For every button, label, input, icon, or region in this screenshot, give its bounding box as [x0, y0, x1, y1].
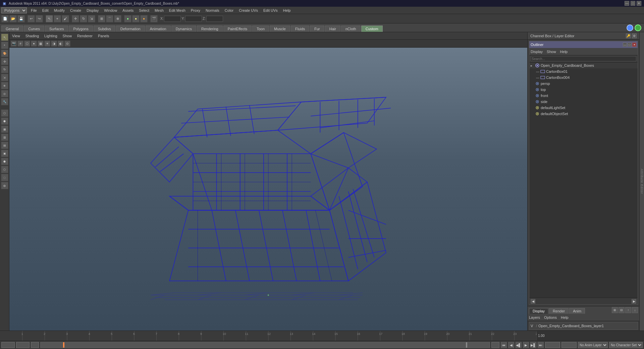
toolbar-move[interactable]: ✛ — [72, 15, 79, 22]
char-set-dropdown[interactable]: No Character Set — [609, 342, 643, 348]
outliner-item-objectset[interactable]: defaultObjectSet — [529, 111, 638, 117]
end-marker-input[interactable]: 24 — [491, 342, 499, 348]
outliner-item-persp[interactable]: persp — [529, 81, 638, 87]
menu-select[interactable]: Select — [136, 8, 152, 13]
play-to-start[interactable]: ⏮ — [501, 342, 507, 348]
menu-help[interactable]: Help — [280, 8, 293, 13]
toolbar-scale[interactable]: ⇲ — [88, 15, 95, 22]
tab-deformation[interactable]: Deformation — [116, 26, 145, 32]
viewport-menu-lighting[interactable]: Lighting — [44, 34, 57, 38]
minimize-button[interactable]: — — [625, 1, 629, 6]
timeline-ruler[interactable] — [0, 331, 537, 341]
sculpt-tool[interactable]: ⬡ — [1, 109, 8, 117]
channel-btn-2[interactable]: ⚙ — [632, 34, 637, 38]
scale-tool[interactable]: ⇲ — [1, 74, 8, 81]
toggle-icon-1[interactable] — [627, 24, 633, 31]
menu-edit-uvs[interactable]: Edit UVs — [261, 8, 280, 13]
outliner-scroll-left[interactable]: ◀ — [531, 299, 535, 304]
outliner-item-carton01[interactable]: — CartonBox01 — [529, 68, 638, 74]
paint-tool[interactable]: ⬢ — [1, 117, 8, 125]
hair-tool[interactable]: ▥ — [1, 134, 8, 141]
mode-dropdown[interactable]: Polygons — [1, 7, 27, 13]
outliner-search[interactable] — [531, 56, 636, 61]
toolbar-save[interactable]: 💾 — [17, 15, 25, 22]
toolbar-light2[interactable]: ● — [132, 15, 140, 22]
3d-viewport[interactable]: .wire { stroke: #2020cc; stroke-width: 1… — [9, 48, 527, 331]
toolbar-new[interactable]: 📄 — [1, 15, 9, 22]
current-frame-input[interactable]: 1.00 — [16, 342, 30, 348]
toolbar-select[interactable]: ↖ — [46, 15, 53, 22]
menu-window[interactable]: Window — [101, 8, 120, 13]
vp-smooth[interactable]: ● — [31, 41, 37, 47]
tab-animation[interactable]: Animation — [146, 26, 171, 32]
toggle-icon-2[interactable] — [635, 24, 641, 31]
dra-submenu-options[interactable]: Options — [544, 315, 557, 319]
dra-tab-anim[interactable]: Anim — [569, 308, 585, 314]
outliner-max[interactable]: □ — [628, 43, 632, 47]
toolbar-open[interactable]: 📂 — [9, 15, 17, 22]
select-tool[interactable]: ↖ — [1, 34, 8, 41]
end-frame-input[interactable]: 24.00 — [545, 342, 560, 348]
menu-proxy[interactable]: Proxy — [188, 8, 203, 13]
anim-end-input[interactable]: 48.00 — [561, 342, 577, 348]
toolbar-undo[interactable]: ↩ — [28, 15, 35, 22]
outliner-item-top[interactable]: top — [529, 87, 638, 93]
vp-shadow[interactable]: ◑ — [51, 41, 57, 47]
menu-create[interactable]: Create — [67, 8, 84, 13]
play-forward[interactable]: ▶ — [523, 342, 529, 348]
tab-hair[interactable]: Hair — [325, 26, 340, 32]
field-tool[interactable]: ⬠ — [1, 166, 8, 173]
fur-tool[interactable]: ▤ — [1, 142, 8, 149]
surface-tool[interactable]: ◍ — [1, 182, 8, 189]
menu-color[interactable]: Color — [222, 8, 236, 13]
layer-btn-1[interactable]: ⊞ — [612, 307, 618, 313]
particle-tool[interactable]: ⬟ — [1, 158, 8, 165]
show-manip[interactable]: 🔧 — [1, 98, 8, 105]
viewport-menu-renderer[interactable]: Renderer — [77, 34, 93, 38]
play-back[interactable]: ◀▌ — [516, 342, 522, 348]
timeline[interactable]: 1.00 — [0, 331, 644, 341]
menu-mesh[interactable]: Mesh — [152, 8, 166, 13]
toolbar-snap-grid[interactable]: ⊞ — [98, 15, 105, 22]
tab-general[interactable]: General — [1, 26, 23, 32]
toolbar-light1[interactable]: ● — [124, 15, 131, 22]
close-button[interactable]: ✕ — [637, 1, 641, 6]
toolbar-redo[interactable]: ↪ — [36, 15, 43, 22]
menu-file[interactable]: File — [28, 8, 40, 13]
vp-ao[interactable]: ◐ — [58, 41, 64, 47]
rotate-tool[interactable]: ↻ — [1, 66, 8, 73]
lasso-tool[interactable]: ⌖ — [1, 42, 8, 49]
tab-surfaces[interactable]: Surfaces — [45, 26, 68, 32]
vp-wireframe[interactable]: ⬡ — [24, 41, 30, 47]
toolbar-paint[interactable]: 🖌 — [62, 15, 69, 22]
dra-submenu-help[interactable]: Help — [561, 315, 569, 319]
outliner-item-root[interactable]: ▸ Open_Empty_Cardboard_Boxes — [529, 62, 638, 68]
start-frame-input[interactable]: 1.00 — [1, 342, 15, 348]
vp-light[interactable]: ☀ — [44, 41, 50, 47]
layer-btn-2[interactable]: ⊟ — [619, 307, 625, 313]
marker-input[interactable]: 1 — [31, 342, 39, 348]
paint-select[interactable]: 🎨 — [1, 50, 8, 57]
toolbar-light3[interactable]: ● — [140, 15, 148, 22]
layer-btn-4[interactable]: ↓ — [632, 307, 638, 313]
toolbar-snap-point[interactable]: ⊕ — [114, 15, 121, 22]
menu-create-uvs[interactable]: Create UVs — [236, 8, 261, 13]
toolbar-y-input[interactable] — [185, 16, 202, 22]
channel-btn-1[interactable]: 🔑 — [626, 34, 631, 38]
tab-polygons[interactable]: Polygons — [69, 26, 93, 32]
tab-ncloth[interactable]: nCloth — [341, 26, 361, 32]
dra-tab-display[interactable]: Display — [529, 308, 548, 314]
toolbar-lasso[interactable]: ⌖ — [54, 15, 61, 22]
vp-texture[interactable]: ▦ — [38, 41, 44, 47]
menu-edit-mesh[interactable]: Edit Mesh — [166, 8, 188, 13]
cloth-tool[interactable]: ▦ — [1, 126, 8, 133]
dra-submenu-layers[interactable]: Layers — [529, 315, 540, 319]
vp-camera[interactable]: 📷 — [11, 41, 17, 47]
toolbar-rotate[interactable]: ↻ — [80, 15, 87, 22]
toolbar-snap-curve[interactable]: ⌒ — [106, 15, 113, 22]
tab-toon[interactable]: Toon — [252, 26, 269, 32]
tab-painteffects[interactable]: PaintEffects — [223, 26, 252, 32]
viewport-menu-show[interactable]: Show — [63, 34, 72, 38]
soft-select[interactable]: ◎ — [1, 90, 8, 97]
toolbar-x-input[interactable] — [164, 16, 181, 22]
